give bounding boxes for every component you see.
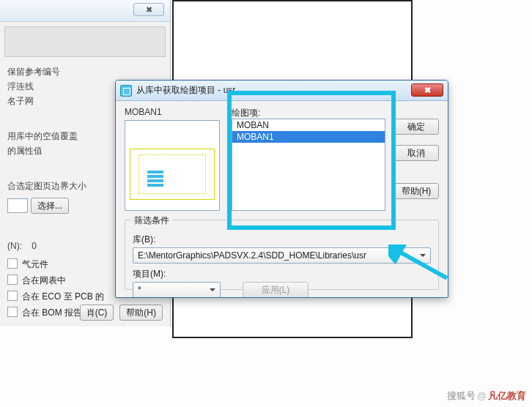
bg-sheet-input[interactable] xyxy=(7,198,28,213)
library-combo-value: E:\MentorGraphics\PADSVX.2.4\SDD_HOME\Li… xyxy=(138,250,366,261)
bg-help-button[interactable]: 帮助(H) xyxy=(119,305,163,321)
help-button[interactable]: 帮助(H) xyxy=(394,183,439,199)
apply-button[interactable]: 应用(L) xyxy=(243,282,309,298)
item-combo-value: * xyxy=(138,285,141,295)
bg-preview-well xyxy=(4,26,166,57)
filter-legend: 筛选条件 xyxy=(131,214,172,227)
watermark: 搜狐号@凡亿教育 xyxy=(447,389,526,403)
bg-titlebar: ✖ xyxy=(0,0,170,22)
library-label: 库(B): xyxy=(133,234,431,246)
cancel-button[interactable]: 取消 xyxy=(394,145,439,161)
drafting-items-listbox[interactable]: MOBAN MOBAN1 xyxy=(232,119,385,211)
item-label: 项目(M): xyxy=(133,268,221,280)
wm-sep: @ xyxy=(477,390,487,401)
bg-n-value[interactable]: 0 xyxy=(32,241,37,251)
bg-opt-keep-refdes[interactable]: 保留参考编号 xyxy=(7,64,163,79)
dialog-close-button[interactable]: ✖ xyxy=(411,83,443,97)
list-label: 绘图项: xyxy=(232,107,260,119)
bg-n-label: (N): xyxy=(7,241,22,251)
wm-left: 搜狐号 xyxy=(447,390,476,401)
preview-box xyxy=(125,120,220,211)
dialog-title: 从库中获取绘图项目 - usr xyxy=(136,84,235,97)
bg-select-button[interactable]: 选择... xyxy=(31,198,69,214)
bg-cancel-button[interactable]: 肖(C) xyxy=(80,305,114,321)
item-combo[interactable]: * xyxy=(133,282,221,298)
filter-group: 筛选条件 库(B): E:\MentorGraphics\PADSVX.2.4\… xyxy=(125,220,439,290)
list-item[interactable]: MOBAN xyxy=(232,119,385,131)
wm-right: 凡亿教育 xyxy=(488,390,526,401)
dialog-icon xyxy=(120,85,132,97)
preview-name-label: MOBAN1 xyxy=(125,107,162,117)
library-combo[interactable]: E:\MentorGraphics\PADSVX.2.4\SDD_HOME\Li… xyxy=(133,247,431,264)
ok-button[interactable]: 确定 xyxy=(394,119,439,135)
get-drafting-item-dialog: 从库中获取绘图项目 - usr ✖ MOBAN1 绘图项: MOBAN MOBA… xyxy=(115,80,448,298)
list-item-selected[interactable]: MOBAN1 xyxy=(232,131,385,143)
dialog-titlebar[interactable]: 从库中获取绘图项目 - usr ✖ xyxy=(116,81,448,101)
bg-close-button[interactable]: ✖ xyxy=(133,3,164,16)
